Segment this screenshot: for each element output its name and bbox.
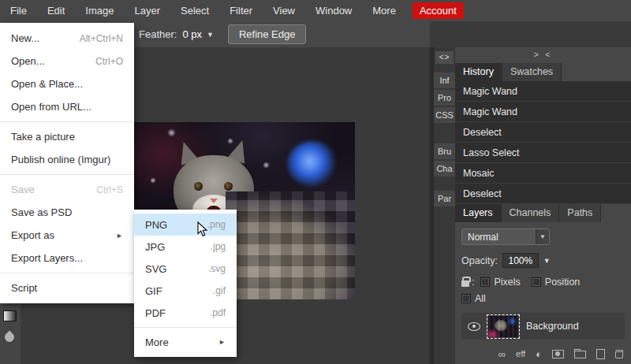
menu-item-label: GIF [145, 285, 162, 297]
tab-layers[interactable]: Layers [455, 204, 502, 222]
layer-mask-icon[interactable] [552, 350, 564, 358]
collapse-panels-button[interactable]: > < [455, 47, 631, 63]
history-step[interactable]: Mosaic [455, 163, 631, 184]
panel-tab-character[interactable]: Cha [434, 161, 455, 176]
panel-tab-properties[interactable]: Pro [434, 90, 455, 106]
menubar-item-edit[interactable]: Edit [37, 0, 75, 21]
menubar-item-layer[interactable]: Layer [125, 0, 171, 21]
submenu-arrow-icon: ► [218, 338, 226, 346]
file-extension: .pdf [210, 307, 226, 318]
layer-thumbnail[interactable] [488, 316, 518, 337]
panel-tab-info[interactable]: Inf [434, 72, 455, 88]
submenu-arrow-icon: ► [116, 232, 123, 240]
opacity-row: Opacity: 100% ▼ [461, 253, 625, 268]
menu-separator [0, 273, 134, 273]
menubar-item-filter[interactable]: Filter [219, 0, 263, 21]
menu-item-new[interactable]: New... Alt+Ctrl+N [0, 27, 134, 50]
tab-history[interactable]: History [455, 63, 502, 81]
file-extension: .gif [213, 285, 226, 296]
refine-edge-button[interactable]: Refine Edge [228, 24, 307, 44]
feather-label: Feather: [139, 28, 177, 40]
submenu-item-pdf[interactable]: PDF .pdf [134, 302, 237, 324]
layer-visibility-eye-icon[interactable] [468, 322, 480, 331]
history-step[interactable]: Magic Wand [455, 102, 631, 122]
menubar-item-more[interactable]: More [362, 0, 406, 21]
layer-row-background[interactable]: Background [461, 313, 625, 340]
lock-pixels-checkbox[interactable] [480, 277, 490, 287]
menu-item-open-place[interactable]: Open & Place... [0, 72, 134, 95]
layers-bottom-toolbar: ∞ eff ◐ [455, 344, 631, 364]
file-extension: .jpg [211, 241, 226, 252]
menu-item-open[interactable]: Open... Ctrl+O [0, 50, 134, 72]
new-layer-icon[interactable] [596, 349, 605, 359]
kitten-eye [194, 182, 203, 191]
kitten-nose [210, 199, 218, 203]
submenu-item-more[interactable]: More ► [134, 331, 237, 353]
adjustment-layer-icon[interactable]: ◐ [536, 349, 542, 359]
panel-tab-brush[interactable]: Bru [434, 143, 455, 159]
submenu-item-png[interactable]: PNG .png [134, 214, 237, 236]
menu-item-label: Save as PSD [11, 206, 72, 218]
opacity-label: Opacity: [461, 255, 498, 266]
delete-layer-icon[interactable] [615, 350, 623, 358]
layers-controls: Normal ▼ Opacity: 100% ▼ : Pixels Positi… [455, 222, 631, 340]
lock-all-checkbox[interactable] [461, 294, 471, 303]
menubar-item-window[interactable]: Window [305, 0, 362, 21]
feather-dropdown-icon[interactable]: ▼ [207, 31, 214, 39]
opacity-value-input[interactable]: 100% [502, 253, 539, 268]
menu-item-open-from-url[interactable]: Open from URL... [0, 95, 134, 118]
menubar-item-view[interactable]: View [263, 0, 305, 21]
panel-group-gap [434, 124, 455, 143]
layer-effects-icon[interactable]: eff [516, 350, 525, 358]
collapsed-panels-strip: <> Inf Pro CSS Bru Cha Par [434, 47, 455, 364]
menu-item-script[interactable]: Script [0, 277, 134, 299]
history-step[interactable]: Lasso Select [455, 143, 631, 163]
lock-colon: : [472, 277, 474, 288]
history-step[interactable]: Deselect [455, 122, 631, 143]
history-swatches-tabs: History Swatches [455, 63, 631, 81]
new-group-folder-icon[interactable] [574, 351, 586, 358]
history-step[interactable]: Magic Wand [455, 81, 631, 102]
link-layers-icon[interactable]: ∞ [498, 349, 506, 359]
menubar-item-image[interactable]: Image [75, 0, 124, 21]
menu-item-save-as-psd[interactable]: Save as PSD [0, 201, 134, 224]
tab-swatches[interactable]: Swatches [502, 63, 562, 81]
history-step[interactable]: Deselect [455, 184, 631, 204]
file-extension: .png [207, 219, 226, 230]
menu-item-publish-online[interactable]: Publish online (Imgur) [0, 148, 134, 171]
submenu-item-gif[interactable]: GIF .gif [134, 280, 237, 302]
expand-panels-button[interactable]: <> [435, 51, 454, 64]
menubar-item-file[interactable]: File [0, 0, 37, 21]
tab-channels[interactable]: Channels [502, 204, 560, 222]
mouse-cursor-icon [197, 221, 208, 237]
opacity-dropdown-icon[interactable]: ▼ [543, 257, 551, 265]
menu-item-save: Save Ctrl+S [0, 178, 134, 201]
menu-item-take-picture[interactable]: Take a picture [0, 125, 134, 148]
layers-channels-paths-tabs: Layers Channels Paths [455, 204, 631, 222]
lock-position-label: Position [545, 277, 580, 288]
menubar-item-select[interactable]: Select [170, 0, 219, 21]
menu-item-label: Take a picture [11, 131, 75, 143]
menu-separator [0, 121, 134, 122]
menu-item-label: SVG [145, 263, 166, 275]
submenu-item-svg[interactable]: SVG .svg [134, 258, 237, 280]
menu-item-label: Save [11, 184, 35, 195]
panel-tab-css[interactable]: CSS [434, 107, 455, 123]
menu-item-label: Publish online (Imgur) [11, 154, 110, 165]
menu-item-label: Open & Place... [11, 78, 83, 90]
menu-shortcut: Ctrl+O [95, 56, 123, 67]
blue-bokeh-light [287, 141, 338, 187]
account-button[interactable]: Account [413, 2, 464, 19]
menu-item-export-as[interactable]: Export as ► [0, 224, 134, 247]
blur-tool-icon[interactable] [3, 331, 17, 344]
blend-mode-select[interactable]: Normal ▼ [461, 228, 550, 245]
file-menu: New... Alt+Ctrl+N Open... Ctrl+O Open & … [0, 23, 134, 303]
panel-tab-paragraph[interactable]: Par [434, 191, 455, 206]
gradient-tool-icon[interactable] [3, 310, 17, 321]
lock-position-checkbox[interactable] [532, 277, 541, 287]
menu-item-export-layers[interactable]: Export Layers... [0, 247, 134, 269]
tab-paths[interactable]: Paths [559, 204, 601, 222]
feather-value[interactable]: 0 px [182, 28, 202, 40]
submenu-item-jpg[interactable]: JPG .jpg [134, 236, 237, 258]
kitten-eye [224, 182, 233, 191]
